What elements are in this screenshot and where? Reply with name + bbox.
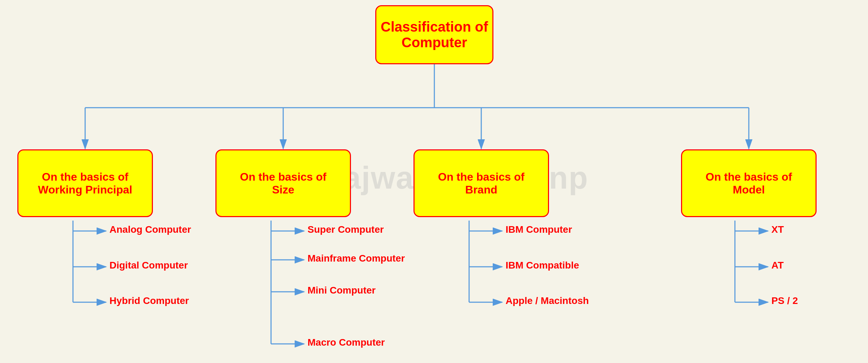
leaf-ibm-computer: IBM Computer	[506, 224, 572, 235]
leaf-mainframe: Mainframe Computer	[308, 253, 405, 264]
leaf-mini: Mini Computer	[308, 285, 376, 296]
diagram: Classification of Computer On the basics…	[0, 0, 868, 363]
leaf-super: Super Computer	[308, 224, 384, 235]
branch-model: On the basics of Model	[681, 149, 817, 217]
branch-model-label: On the basics of Model	[706, 171, 792, 196]
root-label: Classification of Computer	[381, 19, 488, 50]
branch-size-label: On the basics of Size	[240, 171, 327, 196]
leaf-digital: Digital Computer	[109, 260, 188, 271]
branch-working-principal: On the basics of Working Principal	[17, 149, 153, 217]
branch-brand-label: On the basics of Brand	[438, 171, 525, 196]
root-node: Classification of Computer	[375, 5, 493, 64]
leaf-ibm-compatible: IBM Compatible	[506, 260, 579, 271]
leaf-ps2: PS / 2	[771, 295, 798, 306]
branch-brand: On the basics of Brand	[413, 149, 549, 217]
branch-working-principal-label: On the basics of Working Principal	[38, 171, 132, 196]
leaf-apple-macintosh: Apple / Macintosh	[506, 295, 589, 306]
branch-size: On the basics of Size	[215, 149, 351, 217]
leaf-macro: Macro Computer	[308, 337, 385, 348]
leaf-analog: Analog Computer	[109, 224, 191, 235]
leaf-at: AT	[771, 260, 784, 271]
leaf-hybrid: Hybrid Computer	[109, 295, 189, 306]
leaf-xt: XT	[771, 224, 784, 235]
